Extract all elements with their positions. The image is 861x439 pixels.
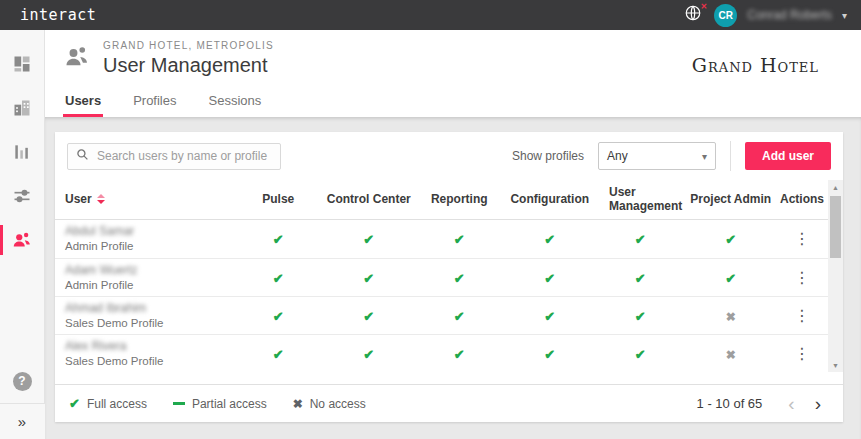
user-cell: Adam WuertzAdmin Profile [65, 263, 233, 292]
user-profile: Admin Profile [65, 278, 233, 292]
user-name: Abdul Samar [65, 224, 233, 239]
column-header-user[interactable]: User [65, 193, 233, 207]
table-row: Alex RiveraSales Demo Profile✔✔✔✔✔✖⋮ [55, 334, 828, 372]
column-header-configuration: Configuration [505, 193, 596, 207]
check-icon: ✔ [273, 271, 284, 286]
globe-icon [684, 4, 702, 26]
tab-bar: Users Profiles Sessions [63, 89, 843, 117]
access-cell: ✔ [233, 230, 324, 248]
check-icon: ✔ [273, 232, 284, 247]
profile-filter-select[interactable]: Any ▾ [598, 142, 716, 170]
column-header-project-admin: Project Admin [686, 193, 777, 207]
legend-partial-access: Partial access [173, 397, 267, 411]
row-actions-button[interactable]: ⋮ [776, 308, 828, 324]
row-actions-button[interactable]: ⋮ [776, 346, 828, 362]
check-icon: ✔ [635, 347, 646, 362]
sidebar-item-analytics[interactable] [0, 130, 45, 174]
user-cell: Ahmad IbrahimSales Demo Profile [65, 301, 233, 330]
toolbar-divider [730, 141, 731, 171]
scrollbar-thumb[interactable] [830, 196, 841, 258]
search-box[interactable] [67, 143, 281, 170]
access-cell: ✔ [324, 345, 415, 363]
access-cell: ✔ [505, 307, 596, 325]
help-button[interactable]: ? [0, 359, 45, 403]
table-body: Abdul SamarAdmin Profile✔✔✔✔✔✔⋮Adam Wuer… [55, 220, 828, 372]
access-cell: ✔ [505, 269, 596, 287]
sidebar-item-user-management[interactable] [0, 218, 45, 262]
check-icon: ✔ [544, 347, 555, 362]
check-icon: ✔ [454, 347, 465, 362]
user-name: Adam Wuertz [65, 263, 233, 278]
check-icon: ✔ [544, 271, 555, 286]
check-icon: ✔ [363, 271, 374, 286]
topbar: interact ✕ CR Conrad Roberts ▾ [0, 0, 861, 30]
access-cell: ✔ [595, 307, 686, 325]
user-profile: Sales Demo Profile [65, 354, 233, 368]
prev-page-button[interactable]: ‹ [780, 394, 802, 413]
profile-filter-value: Any [607, 149, 628, 163]
breadcrumb: GRAND HOTEL, METROPOLIS [103, 40, 274, 51]
access-cell: ✔ [324, 230, 415, 248]
sidebar-collapse-button[interactable]: » [0, 403, 45, 439]
sidebar-item-settings[interactable] [0, 174, 45, 218]
table-scrollbar: ▲ ▼ [828, 180, 843, 372]
column-header-reporting: Reporting [414, 193, 505, 207]
check-icon: ✔ [454, 271, 465, 286]
app-logo: interact [20, 6, 96, 24]
users-table: User Pulse Control Center Reporting Conf… [55, 180, 828, 372]
access-cell: ✔ [686, 230, 777, 248]
sort-icon [97, 194, 105, 204]
tab-profiles[interactable]: Profiles [131, 89, 178, 117]
pagination-range: 1 - 10 of 65 [697, 396, 763, 411]
table-row: Ahmad IbrahimSales Demo Profile✔✔✔✔✔✖⋮ [55, 296, 828, 334]
access-cell: ✔ [233, 345, 324, 363]
user-menu-caret[interactable]: ▾ [842, 10, 847, 21]
dashboard-icon [12, 54, 32, 74]
check-icon: ✔ [363, 232, 374, 247]
check-icon: ✔ [363, 309, 374, 324]
check-icon: ✔ [273, 347, 284, 362]
legend-no-access: ✖ No access [293, 397, 366, 411]
sidebar-item-dashboard[interactable] [0, 42, 45, 86]
access-cell: ✔ [414, 230, 505, 248]
tab-users[interactable]: Users [63, 89, 103, 117]
chevron-down-icon: ▾ [702, 151, 707, 162]
user-name: Ahmad Ibrahim [65, 301, 233, 316]
sliders-icon [12, 186, 32, 206]
tab-sessions[interactable]: Sessions [207, 89, 264, 117]
check-icon: ✔ [725, 232, 736, 247]
access-cell: ✔ [686, 269, 777, 287]
table-row: Abdul SamarAdmin Profile✔✔✔✔✔✔⋮ [55, 220, 828, 258]
access-cell: ✔ [324, 307, 415, 325]
scroll-down-arrow[interactable]: ▼ [832, 358, 839, 372]
add-user-button[interactable]: Add user [745, 142, 831, 170]
user-profile: Sales Demo Profile [65, 316, 233, 330]
row-actions-button[interactable]: ⋮ [776, 270, 828, 286]
scroll-up-arrow[interactable]: ▲ [832, 180, 839, 194]
access-cell: ✖ [686, 307, 777, 325]
sidebar-item-properties[interactable] [0, 86, 45, 130]
user-profile: Admin Profile [65, 239, 233, 253]
user-management-icon [63, 43, 91, 75]
x-icon: ✖ [726, 348, 736, 362]
check-icon: ✔ [635, 309, 646, 324]
brand-logo: Grand Hotel [692, 54, 819, 76]
next-page-button[interactable]: › [807, 394, 829, 413]
access-cell: ✔ [505, 345, 596, 363]
access-cell: ✔ [595, 345, 686, 363]
access-cell: ✔ [414, 345, 505, 363]
language-globe-button[interactable]: ✕ [682, 4, 704, 26]
check-icon: ✔ [635, 232, 646, 247]
search-input[interactable] [97, 149, 272, 163]
sidebar: ? » [0, 30, 45, 439]
x-icon: ✖ [293, 397, 303, 411]
access-cell: ✔ [595, 230, 686, 248]
row-actions-button[interactable]: ⋮ [776, 231, 828, 247]
access-cell: ✖ [686, 345, 777, 363]
users-icon [11, 229, 33, 251]
column-header-pulse: Pulse [233, 193, 324, 207]
show-profiles-label: Show profiles [512, 149, 584, 163]
avatar[interactable]: CR [714, 4, 737, 27]
scrollbar-track[interactable] [828, 194, 843, 358]
table-row: Adam WuertzAdmin Profile✔✔✔✔✔✔⋮ [55, 258, 828, 296]
